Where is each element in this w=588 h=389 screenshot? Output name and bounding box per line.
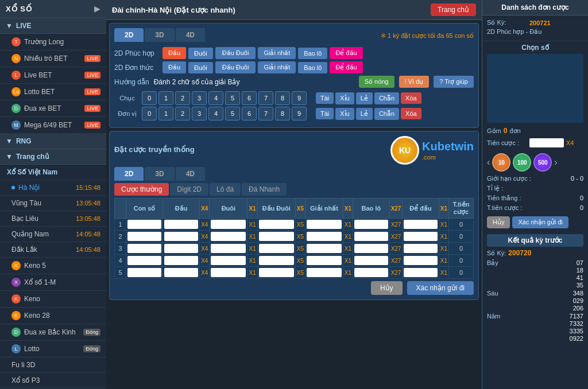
- chip-10[interactable]: 10: [492, 153, 510, 172]
- chuc-2[interactable]: 2: [175, 91, 190, 105]
- sidebar-section-live[interactable]: ▼ LIVE: [0, 18, 106, 34]
- baolo-input-3[interactable]: [354, 244, 388, 253]
- chuc-8[interactable]: 8: [275, 91, 290, 105]
- chuc-0[interactable]: 0: [142, 91, 157, 105]
- rp-xacnhan-button[interactable]: Xác nhận gửi đi: [512, 216, 568, 228]
- phuchop-dedau-button[interactable]: Để đầu: [330, 47, 362, 59]
- chip-next-icon[interactable]: ›: [554, 157, 557, 168]
- giainhat-input-1[interactable]: [307, 220, 342, 229]
- donvi-6[interactable]: 6: [242, 107, 257, 120]
- row-baolo-1[interactable]: [353, 219, 390, 231]
- row-con-so-2[interactable]: [126, 231, 163, 243]
- row-dau-2[interactable]: [163, 231, 199, 243]
- row-baolo-3[interactable]: [353, 243, 390, 255]
- dedau-input-5[interactable]: [404, 268, 437, 277]
- phuchop-dau-button[interactable]: Đầu: [163, 47, 186, 59]
- donvi-8[interactable]: 8: [275, 107, 290, 120]
- sidebar-item-keno28[interactable]: K Keno 28: [0, 308, 106, 324]
- row-dau-5[interactable]: [163, 267, 199, 279]
- chuc-le-button[interactable]: Lẻ: [356, 92, 373, 104]
- baolo-input-4[interactable]: [354, 256, 388, 265]
- con-so-input-5[interactable]: [127, 268, 161, 277]
- dau-input-4[interactable]: [164, 256, 198, 265]
- donthuc-dau-button[interactable]: Đầu: [163, 61, 186, 73]
- con-so-input-2[interactable]: [127, 232, 161, 241]
- con-so-input-4[interactable]: [127, 256, 161, 265]
- donthuc-dedau-button[interactable]: Để đầu: [330, 61, 362, 73]
- dau-input-3[interactable]: [164, 244, 198, 253]
- duoi-input-5[interactable]: [211, 268, 246, 277]
- donvi-chan-button[interactable]: Chẵn: [374, 108, 399, 120]
- donvi-4[interactable]: 4: [208, 107, 223, 120]
- row-dedau-4[interactable]: [403, 255, 439, 267]
- chuc-4[interactable]: 4: [208, 91, 223, 105]
- dedau-input-3[interactable]: [404, 244, 437, 253]
- chip-500[interactable]: 500: [533, 153, 552, 172]
- duoi-input-2[interactable]: [211, 232, 246, 241]
- truyen-thong-tab-4d[interactable]: 4D: [176, 167, 205, 181]
- donvi-1[interactable]: 1: [158, 107, 173, 120]
- row-con-so-1[interactable]: [126, 219, 163, 231]
- row-dau-1[interactable]: [163, 219, 199, 231]
- chuc-5[interactable]: 5: [225, 91, 240, 105]
- giainhat-input-2[interactable]: [307, 232, 342, 241]
- phuchop-giainhat-button[interactable]: Giải nhất: [258, 47, 296, 59]
- dau-input-1[interactable]: [164, 220, 198, 229]
- sidebar-item-ha-noi[interactable]: Hà Nội 15:15:48: [0, 180, 106, 196]
- row-con-so-5[interactable]: [126, 267, 163, 279]
- row-dauduoi-3[interactable]: [257, 243, 295, 255]
- sidebar-item-xo-so-p3[interactable]: Xổ số P3: [0, 373, 106, 388]
- giainhat-input-3[interactable]: [307, 244, 342, 253]
- trang-chu-button[interactable]: Trang chủ: [431, 3, 476, 16]
- sidebar-item-dua-xe-bac-kinh[interactable]: D Đua xe Bắc Kinh Đóng: [0, 324, 106, 341]
- donvi-xiu-button[interactable]: Xỉu: [335, 108, 354, 120]
- row-dauduoi-5[interactable]: [257, 267, 295, 279]
- donvi-xoa-button[interactable]: Xóa: [401, 108, 421, 119]
- tab-3d[interactable]: 3D: [145, 28, 174, 42]
- dauduoi-input-4[interactable]: [259, 256, 294, 265]
- row-dauduoi-4[interactable]: [257, 255, 295, 267]
- duoi-input-3[interactable]: [211, 244, 246, 253]
- chuc-1[interactable]: 1: [158, 91, 173, 105]
- donvi-5[interactable]: 5: [225, 107, 240, 120]
- truyen-thong-tab-3d[interactable]: 3D: [145, 167, 174, 181]
- chuc-xoa-button[interactable]: Xóa: [401, 92, 421, 104]
- dauduoi-input-1[interactable]: [259, 220, 294, 229]
- row-dedau-1[interactable]: [403, 219, 439, 231]
- xacnhan-button[interactable]: Xác nhận gửi đi: [407, 281, 474, 295]
- sidebar-item-vung-tau[interactable]: Vũng Tàu 13:05:48: [0, 196, 106, 211]
- tab-2d[interactable]: 2D: [114, 28, 144, 42]
- row-dau-4[interactable]: [163, 255, 199, 267]
- row-baolo-5[interactable]: [353, 267, 390, 279]
- sidebar-item-mega-bet[interactable]: M Mega 6/49 BET LIVE: [0, 117, 106, 134]
- sidebar-item-lotto-bet[interactable]: Lo Lotto BET LIVE: [0, 84, 106, 100]
- row-baolo-2[interactable]: [353, 231, 390, 243]
- sidebar-item-truong-long[interactable]: T Trường Long: [0, 34, 106, 50]
- donthuc-giainhat-button[interactable]: Giải nhất: [258, 61, 296, 73]
- sidebar-item-xo-so-1m[interactable]: X Xổ số 1-M: [0, 274, 106, 291]
- sidebar-item-live-bet[interactable]: L Live BET LIVE: [0, 67, 106, 84]
- row-duoi-3[interactable]: [210, 243, 247, 255]
- sidebar-item-bac-lieu[interactable]: Bạc Liêu 13:05:48: [0, 211, 106, 227]
- giainhat-input-5[interactable]: [307, 268, 342, 277]
- donvi-tai-button[interactable]: Tài: [316, 108, 334, 119]
- huy-button[interactable]: Hủy: [371, 281, 403, 295]
- row-giainhat-5[interactable]: [305, 267, 343, 279]
- con-so-input-3[interactable]: [127, 244, 161, 253]
- phuchop-baolo-button[interactable]: Bao lô: [298, 48, 327, 59]
- donvi-le-button[interactable]: Lẻ: [356, 108, 373, 120]
- row-dauduoi-2[interactable]: [257, 231, 295, 243]
- giainhat-input-4[interactable]: [307, 256, 342, 265]
- chip-100[interactable]: 100: [513, 153, 531, 172]
- phuchop-duoi-button[interactable]: Đuôi: [188, 48, 213, 59]
- subtab-digit2d[interactable]: Digit 2D: [170, 183, 208, 196]
- dedau-input-1[interactable]: [404, 220, 437, 229]
- sidebar-item-keno5[interactable]: K Keno 5: [0, 258, 106, 274]
- donthuc-baolo-button[interactable]: Bao lô: [298, 62, 327, 73]
- chuc-3[interactable]: 3: [192, 91, 207, 105]
- row-giainhat-2[interactable]: [305, 231, 343, 243]
- chuc-7[interactable]: 7: [258, 91, 273, 105]
- row-dauduoi-1[interactable]: [257, 219, 295, 231]
- sidebar-section-rng[interactable]: ▼ RNG: [0, 134, 106, 149]
- row-duoi-1[interactable]: [210, 219, 247, 231]
